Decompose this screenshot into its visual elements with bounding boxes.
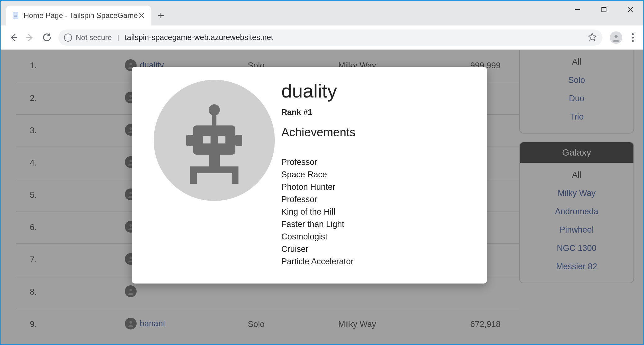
maximize-button[interactable] — [591, 1, 617, 19]
achievement-item: Cosmologist — [281, 231, 471, 243]
achievement-item: Faster than Light — [281, 218, 471, 231]
security-indicator[interactable]: i Not secure — [64, 33, 112, 42]
svg-rect-31 — [209, 155, 220, 167]
svg-rect-27 — [203, 136, 211, 143]
browser-menu-button[interactable] — [627, 31, 639, 44]
address-bar[interactable]: i Not secure | tailspin-spacegame-web.az… — [58, 30, 602, 46]
url-text: tailspin-spacegame-web.azurewebsites.net — [125, 33, 273, 42]
not-secure-label: Not secure — [76, 33, 112, 42]
window-controls — [564, 1, 643, 25]
svg-rect-29 — [186, 135, 193, 146]
achievement-item: Cruiser — [281, 243, 471, 256]
svg-rect-26 — [193, 125, 235, 155]
svg-rect-34 — [232, 171, 238, 184]
separator: | — [117, 34, 119, 42]
bookmark-button[interactable] — [587, 32, 597, 43]
new-tab-button[interactable] — [151, 6, 171, 25]
svg-rect-9 — [602, 7, 606, 12]
achievement-item: Photon Hunter — [281, 181, 471, 193]
svg-rect-33 — [190, 171, 197, 184]
minimize-button[interactable] — [564, 1, 591, 19]
modal-rank-label: Rank #1 — [281, 107, 471, 117]
svg-point-14 — [615, 35, 618, 38]
svg-rect-28 — [218, 136, 225, 143]
window-titlebar: Home Page - Tailspin SpaceGame — [1, 1, 643, 25]
profile-avatar — [154, 80, 275, 201]
robot-icon — [174, 97, 255, 184]
achievement-item: Professor — [281, 193, 471, 206]
achievement-item: Professor — [281, 156, 471, 169]
player-profile-modal: duality Rank #1 Achievements ProfessorSp… — [132, 67, 487, 284]
profile-button[interactable] — [610, 31, 622, 44]
close-window-button[interactable] — [617, 1, 643, 19]
achievements-heading: Achievements — [281, 126, 471, 139]
svg-rect-25 — [212, 114, 216, 126]
svg-point-24 — [209, 104, 220, 116]
achievement-item: Space Race — [281, 169, 471, 181]
back-button[interactable] — [6, 30, 20, 45]
tab-title: Home Page - Tailspin SpaceGame — [24, 11, 138, 20]
browser-tab[interactable]: Home Page - Tailspin SpaceGame — [6, 6, 151, 25]
forward-button[interactable] — [23, 30, 37, 45]
tab-favicon-icon — [12, 11, 19, 20]
info-icon: i — [64, 34, 72, 42]
svg-rect-30 — [235, 135, 242, 146]
achievement-item: King of the Hill — [281, 206, 471, 218]
modal-player-name: duality — [281, 80, 471, 102]
svg-rect-0 — [13, 12, 18, 19]
reload-button[interactable] — [40, 30, 54, 45]
page-viewport: 1.dualitySoloMilky Way999,9992.3.4.5.6.7… — [1, 50, 643, 344]
browser-toolbar: i Not secure | tailspin-spacegame-web.az… — [1, 25, 643, 50]
tab-close-button[interactable] — [138, 12, 145, 19]
achievement-item: Particle Accelerator — [281, 256, 471, 268]
svg-rect-32 — [190, 166, 238, 173]
achievements-list: ProfessorSpace RacePhoton HunterProfesso… — [281, 156, 471, 268]
